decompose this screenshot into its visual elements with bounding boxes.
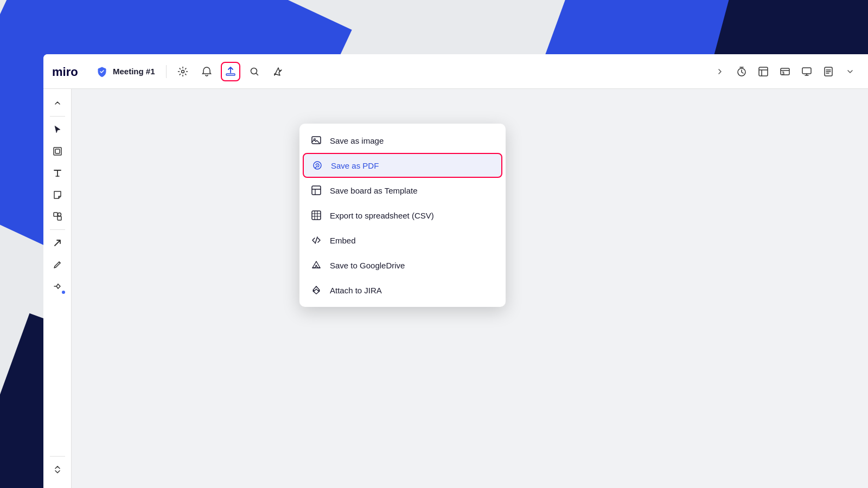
- collapse-icon: [53, 99, 62, 107]
- upload-icon: [225, 66, 236, 77]
- magic-icon: [273, 66, 284, 77]
- bell-icon: [201, 66, 212, 77]
- settings-button[interactable]: [173, 62, 193, 81]
- sticky-icon: [53, 190, 62, 200]
- cursor-icon: [53, 125, 62, 134]
- expand-tool-button[interactable]: [48, 460, 67, 479]
- menu-item-google-drive-label: Save to GoogleDrive: [330, 261, 405, 270]
- search-icon: [249, 66, 260, 77]
- template-icon: [310, 184, 322, 196]
- dot-indicator: [62, 291, 65, 294]
- menu-item-jira-label: Attach to JIRA: [330, 286, 382, 295]
- text-tool-button[interactable]: [48, 163, 67, 183]
- code-icon: [310, 234, 322, 246]
- menu-item-export-csv-label: Export to spreadsheet (CSV): [330, 211, 434, 220]
- svg-rect-8: [802, 68, 811, 74]
- arrow-icon: [53, 238, 62, 248]
- svg-text:3: 3: [782, 70, 784, 76]
- tool-separator-1: [50, 116, 65, 117]
- export-button[interactable]: [221, 62, 240, 81]
- menu-item-jira[interactable]: Attach to JIRA: [299, 278, 506, 303]
- miro-logo-icon: miro: [52, 64, 85, 79]
- pen-icon: [53, 260, 62, 269]
- more-tools-icon: [53, 281, 62, 291]
- card-button[interactable]: 3: [776, 62, 794, 81]
- svg-rect-5: [759, 67, 768, 76]
- svg-rect-13: [58, 216, 61, 220]
- svg-rect-20: [312, 211, 321, 220]
- notifications-button[interactable]: [197, 62, 216, 81]
- svg-text:miro: miro: [52, 65, 78, 79]
- notes-icon: [823, 66, 834, 77]
- board-icon: [758, 66, 769, 77]
- image-icon: [310, 134, 322, 146]
- card-icon: 3: [780, 66, 790, 77]
- shapes-icon: [53, 211, 62, 221]
- more-options-button[interactable]: [841, 62, 859, 81]
- chevron-right-icon: [716, 67, 724, 76]
- svg-rect-2: [226, 74, 235, 75]
- expand-icon: [53, 465, 62, 474]
- board-name[interactable]: Meeting #1: [113, 67, 155, 76]
- pen-tool-button[interactable]: [48, 255, 67, 274]
- frame-tool-button[interactable]: [48, 142, 67, 161]
- svg-rect-11: [55, 149, 60, 153]
- more-tools-button[interactable]: [48, 277, 67, 296]
- arrow-tool-button[interactable]: [48, 233, 67, 253]
- search-button[interactable]: [245, 62, 264, 81]
- jira-icon: [310, 284, 322, 296]
- export-dropdown-menu: Save as image Save as PDF: [299, 124, 506, 307]
- notes-button[interactable]: [819, 62, 838, 81]
- menu-item-embed[interactable]: Embed: [299, 228, 506, 253]
- header: miro Meeting #1: [43, 54, 868, 89]
- svg-rect-10: [54, 147, 61, 155]
- menu-item-embed-label: Embed: [330, 236, 356, 245]
- menu-item-save-pdf[interactable]: Save as PDF: [303, 153, 502, 178]
- svg-point-18: [315, 167, 316, 168]
- toolbar-bottom: [48, 455, 67, 484]
- menu-item-google-drive[interactable]: Save to GoogleDrive: [299, 253, 506, 278]
- left-toolbar: [43, 89, 72, 488]
- timer-icon: [736, 66, 747, 77]
- menu-item-save-template-label: Save board as Template: [330, 186, 418, 195]
- svg-point-14: [58, 213, 61, 216]
- sticky-tool-button[interactable]: [48, 185, 67, 204]
- tool-separator-3: [50, 456, 65, 457]
- tool-separator-2: [50, 229, 65, 230]
- text-icon: [53, 168, 62, 178]
- present-button[interactable]: [797, 62, 816, 81]
- menu-item-save-image[interactable]: Save as image: [299, 128, 506, 153]
- svg-rect-19: [312, 186, 321, 195]
- menu-item-save-template[interactable]: Save board as Template: [299, 178, 506, 203]
- main-window: miro Meeting #1: [43, 54, 868, 488]
- svg-point-1: [181, 70, 184, 73]
- svg-rect-12: [54, 213, 58, 216]
- cursor-tool-button[interactable]: [48, 120, 67, 139]
- board-view-button[interactable]: [754, 62, 773, 81]
- pdf-icon: [311, 159, 323, 171]
- magic-button[interactable]: [269, 62, 288, 81]
- shield-icon: [95, 65, 108, 78]
- menu-item-save-pdf-label: Save as PDF: [331, 161, 379, 170]
- body: Save as image Save as PDF: [43, 89, 868, 488]
- collapse-tool-button[interactable]: [48, 93, 67, 113]
- gear-icon: [177, 66, 188, 77]
- logo[interactable]: miro: [52, 64, 85, 79]
- chevron-down-icon: [846, 67, 854, 76]
- canvas-area: Save as image Save as PDF: [72, 89, 868, 488]
- expand-right-btn[interactable]: [711, 62, 729, 81]
- frame-icon: [53, 146, 62, 156]
- menu-item-export-csv[interactable]: Export to spreadsheet (CSV): [299, 203, 506, 228]
- header-divider: [166, 65, 167, 78]
- drive-icon: [310, 259, 322, 271]
- present-icon: [801, 66, 812, 77]
- timer-button[interactable]: [732, 62, 751, 81]
- menu-item-save-image-label: Save as image: [330, 136, 384, 145]
- board-name-section: Meeting #1: [95, 65, 155, 78]
- spreadsheet-icon: [310, 209, 322, 221]
- shapes-tool-button[interactable]: [48, 207, 67, 226]
- header-right: 3: [711, 62, 859, 81]
